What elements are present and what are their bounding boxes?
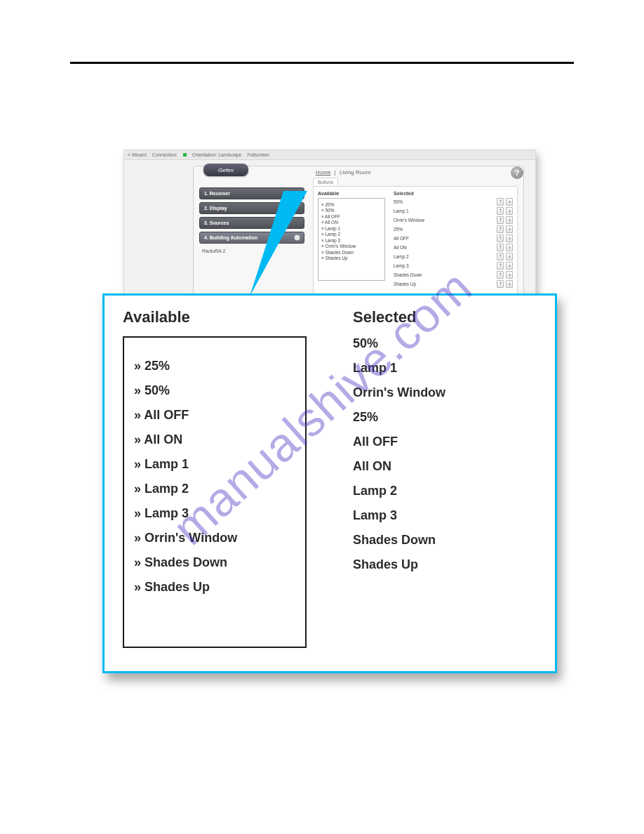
list-item[interactable]: » Lamp 3 bbox=[134, 506, 295, 521]
reorder-buttons: ⇡⇣ bbox=[497, 262, 513, 270]
reorder-buttons: ⇡⇣ bbox=[497, 198, 513, 206]
connection-status-icon bbox=[183, 153, 187, 157]
move-down-button[interactable]: ⇣ bbox=[506, 244, 513, 251]
move-down-button[interactable]: ⇣ bbox=[506, 262, 513, 270]
breadcrumb-home[interactable]: Home bbox=[316, 169, 330, 176]
tab-buttons[interactable]: Buttons bbox=[313, 178, 338, 185]
fullscreen-link[interactable]: Fullscreen bbox=[247, 152, 269, 157]
list-item[interactable]: Lamp 3 bbox=[353, 508, 537, 523]
move-down-button[interactable]: ⇣ bbox=[506, 253, 513, 260]
list-item[interactable]: Shades Down bbox=[353, 533, 537, 548]
move-down-button[interactable]: ⇣ bbox=[506, 216, 513, 224]
help-icon[interactable]: ? bbox=[511, 166, 523, 179]
list-item[interactable]: Orrin's Window bbox=[353, 385, 537, 400]
move-up-button[interactable]: ⇡ bbox=[497, 234, 504, 242]
zoom-selected-header: Selected bbox=[353, 308, 537, 326]
list-item[interactable]: All ON bbox=[353, 459, 537, 474]
list-item[interactable]: » 25% bbox=[134, 359, 295, 373]
move-down-button[interactable]: ⇣ bbox=[506, 280, 513, 288]
svg-marker-0 bbox=[250, 191, 307, 296]
orientation-label: Orientation: Landscape bbox=[192, 152, 241, 157]
connection-label: Connection: bbox=[152, 152, 177, 157]
list-item[interactable]: 25% bbox=[353, 410, 537, 425]
move-up-button[interactable]: ⇡ bbox=[497, 262, 504, 270]
move-down-button[interactable]: ⇣ bbox=[506, 271, 513, 279]
zoom-callout: Available » 25% » 50% » All OFF » All ON… bbox=[102, 293, 557, 673]
reorder-buttons: ⇡⇣ bbox=[497, 216, 513, 224]
move-up-button[interactable]: ⇡ bbox=[497, 207, 504, 215]
list-item[interactable]: » 50% bbox=[134, 383, 295, 398]
list-item[interactable]: 50% bbox=[353, 336, 537, 351]
zoom-available-header: Available bbox=[123, 308, 307, 326]
move-up-button[interactable]: ⇡ bbox=[497, 225, 504, 233]
window-topbar: « Wizard Connection: Orientation: Landsc… bbox=[124, 150, 535, 160]
move-down-button[interactable]: ⇣ bbox=[506, 198, 513, 206]
reorder-buttons: ⇡⇣ bbox=[497, 207, 513, 215]
reorder-buttons: ⇡⇣ bbox=[497, 271, 513, 279]
move-up-button[interactable]: ⇡ bbox=[497, 280, 504, 288]
move-down-button[interactable]: ⇣ bbox=[506, 207, 513, 215]
zoom-selected-column: Selected 50% Lamp 1 Orrin's Window 25% A… bbox=[353, 308, 537, 664]
list-item[interactable]: » Lamp 1 bbox=[134, 457, 295, 472]
list-item[interactable]: Shades Up bbox=[353, 557, 537, 572]
wizard-link[interactable]: « Wizard bbox=[128, 152, 147, 157]
move-up-button[interactable]: ⇡ bbox=[497, 198, 504, 206]
reorder-buttons: ⇡⇣ bbox=[497, 225, 513, 233]
sidebar-item-label: 2. Display bbox=[204, 206, 227, 211]
list-item[interactable]: All OFF bbox=[353, 435, 537, 449]
move-up-button[interactable]: ⇡ bbox=[497, 271, 504, 279]
reorder-buttons: ⇡⇣ bbox=[497, 253, 513, 260]
brand-logo: Gefen bbox=[203, 164, 248, 176]
list-item[interactable]: » Lamp 2 bbox=[134, 482, 295, 496]
move-up-button[interactable]: ⇡ bbox=[497, 244, 504, 251]
sidebar-item-label: 1. Receiver bbox=[204, 191, 230, 196]
move-down-button[interactable]: ⇣ bbox=[506, 234, 513, 242]
page-divider bbox=[70, 62, 574, 64]
list-item[interactable]: Lamp 1 bbox=[353, 361, 537, 376]
move-down-button[interactable]: ⇣ bbox=[506, 225, 513, 233]
breadcrumb-room: Living Room bbox=[340, 169, 370, 176]
list-item[interactable]: » Shades Up bbox=[134, 580, 295, 595]
sidebar-item-label: 3. Sources bbox=[204, 220, 229, 225]
list-item[interactable]: » Orrin's Window bbox=[134, 531, 295, 545]
list-item[interactable]: Lamp 2 bbox=[353, 484, 537, 498]
move-up-button[interactable]: ⇡ bbox=[497, 216, 504, 224]
list-item[interactable]: » All OFF bbox=[134, 408, 295, 423]
breadcrumb: Home | Living Room bbox=[316, 169, 370, 176]
reorder-buttons: ⇡⇣ bbox=[497, 244, 513, 251]
reorder-buttons: ⇡⇣ bbox=[497, 234, 513, 242]
zoom-available-listbox[interactable]: » 25% » 50% » All OFF » All ON » Lamp 1 … bbox=[123, 336, 307, 648]
zoom-available-column: Available » 25% » 50% » All OFF » All ON… bbox=[123, 308, 307, 664]
reorder-buttons: ⇡⇣ bbox=[497, 280, 513, 288]
breadcrumb-sep: | bbox=[333, 169, 338, 176]
move-up-button[interactable]: ⇡ bbox=[497, 253, 504, 260]
list-item[interactable]: » All ON bbox=[134, 432, 295, 447]
list-item[interactable]: » Shades Down bbox=[134, 555, 295, 570]
